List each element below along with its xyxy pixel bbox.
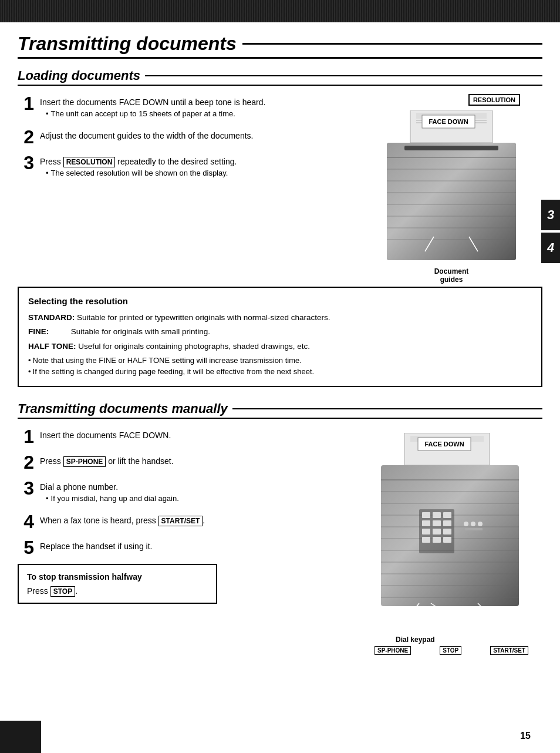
manual-step-5: 5 Replace the handset if using it. (18, 538, 349, 557)
step-2: 2 Adjust the document guides to the widt… (18, 127, 349, 146)
resolution-box-title: Selecting the resolution (28, 296, 532, 306)
res-standard: STANDARD: Suitable for printed or typewr… (28, 312, 532, 324)
chapter-tab-4: 4 (541, 233, 560, 263)
svg-rect-47 (443, 537, 451, 543)
svg-point-49 (471, 522, 475, 526)
step-1-number: 1 (18, 94, 34, 113)
loading-docs-layout: 1 Insert the documents FACE DOWN until a… (18, 94, 542, 269)
step-2-content: Adjust the document guides to the width … (40, 127, 349, 143)
res-halftone: HALF TONE: Useful for originals containi… (28, 341, 532, 352)
fax-svg-2: FACE DOWN (372, 433, 531, 633)
manual-step-3: 3 Dial a phone number. If you misdial, h… (18, 479, 349, 505)
manual-step-3-note: If you misdial, hang up and dial again. (46, 494, 349, 503)
res-fine-label: FINE: (28, 327, 49, 336)
step-1-text: Insert the documents FACE DOWN until a b… (40, 98, 349, 107)
start-set-diagram-label: START/SET (490, 646, 528, 655)
manual-step-3-content: Dial a phone number. If you misdial, han… (40, 479, 349, 505)
section1-title-text: Loading documents (18, 68, 140, 83)
manual-step-2-number: 2 (18, 453, 34, 472)
fax-diagram-2: FACE DOWN (360, 427, 542, 655)
top-bar (0, 0, 560, 22)
res-note-1: Note that using the FINE or HALF TONE se… (28, 355, 532, 367)
svg-rect-45 (422, 537, 430, 543)
chapter-tab-3: 3 (541, 200, 560, 230)
page-number: 15 (520, 731, 531, 741)
manual-step-1-number: 1 (18, 427, 34, 446)
manual-step-3-number: 3 (18, 479, 34, 497)
section2-title-text: Transmitting documents manually (18, 401, 228, 416)
stop-box-press: Press (27, 586, 48, 596)
manual-step-4-content: When a fax tone is heard, press START/SE… (40, 512, 349, 527)
section2-title: Transmitting documents manually (18, 401, 542, 419)
manual-step-1: 1 Insert the documents FACE DOWN. (18, 427, 349, 446)
fax-svg-1: FACE DOWN (375, 110, 528, 269)
section1-title: Loading documents (18, 68, 542, 86)
resolution-selection-container: Selecting the resolution STANDARD: Suita… (18, 287, 542, 387)
step-3-number: 3 (18, 153, 34, 172)
res-halftone-label: HALF TONE: (28, 342, 76, 351)
res-fine-space (51, 327, 69, 336)
stop-diagram-label: STOP (440, 646, 461, 655)
svg-rect-42 (422, 529, 430, 535)
manual-step-2-text: Press SP-PHONE or lift the handset. (40, 456, 349, 466)
manual-step-2-content: Press SP-PHONE or lift the handset. (40, 453, 349, 468)
res-standard-desc: Suitable for printed or typewritten orig… (77, 313, 330, 322)
step-1-note: The unit can accept up to 15 sheets of p… (46, 109, 349, 118)
svg-rect-40 (433, 520, 441, 526)
manual-step-1-text: Insert the documents FACE DOWN. (40, 431, 349, 440)
svg-rect-37 (433, 512, 441, 518)
res-halftone-desc: Useful for originals containing photogra… (78, 342, 310, 351)
stop-button: STOP (50, 586, 75, 597)
dial-keypad-label: Dial keypad (372, 636, 531, 644)
step-3-note: The selected resolution will be shown on… (46, 169, 349, 177)
svg-rect-39 (422, 520, 430, 526)
step-1-content: Insert the documents FACE DOWN until a b… (40, 94, 349, 120)
svg-rect-43 (433, 529, 441, 535)
manual-step-3-text: Dial a phone number. (40, 482, 349, 492)
manual-step-4-text: When a fax tone is heard, press START/SE… (40, 516, 349, 525)
manual-step-5-text: Replace the handset if using it. (40, 542, 349, 551)
bottom-decoration (0, 721, 41, 753)
doc-guides-label: Document guides (434, 267, 469, 284)
stop-box: To stop transmission halfway Press STOP. (18, 564, 217, 604)
fax-machine-1: FACE DOWN (375, 110, 528, 269)
step-2-number: 2 (18, 127, 34, 146)
resolution-button: RESOLUTION (63, 157, 116, 167)
manual-step-4: 4 When a fax tone is heard, press START/… (18, 512, 349, 531)
fax-diagram-1: RESOLUTION FACE DOWN (360, 94, 542, 269)
manual-transmit-layout: 1 Insert the documents FACE DOWN. 2 Pres… (18, 427, 542, 655)
fax-machine-2: FACE DOWN (372, 433, 531, 655)
stop-box-title: To stop transmission halfway (27, 572, 208, 581)
resolution-badge: RESOLUTION (468, 94, 520, 106)
svg-rect-36 (422, 512, 430, 518)
loading-steps: 1 Insert the documents FACE DOWN until a… (18, 94, 349, 269)
step-3: 3 Press RESOLUTION repeatedly to the des… (18, 153, 349, 180)
diagram-labels: Dial keypad SP-PHONE STOP START/SET (372, 636, 531, 655)
svg-rect-8 (404, 146, 498, 150)
res-note-2: If the setting is changed during page fe… (28, 366, 532, 378)
svg-rect-41 (443, 520, 451, 526)
svg-point-48 (464, 522, 468, 526)
res-standard-label: STANDARD: (28, 313, 75, 322)
stop-box-text: Press STOP. (27, 586, 208, 596)
svg-rect-46 (433, 537, 441, 543)
res-fine: FINE: Suitable for originals with small … (28, 326, 532, 338)
resolution-box: Selecting the resolution STANDARD: Suita… (18, 287, 542, 387)
step-1: 1 Insert the documents FACE DOWN until a… (18, 94, 349, 120)
start-set-button: START/SET (158, 516, 203, 526)
step-3-content: Press RESOLUTION repeatedly to the desir… (40, 153, 349, 180)
svg-point-50 (478, 522, 483, 526)
manual-steps: 1 Insert the documents FACE DOWN. 2 Pres… (18, 427, 349, 655)
svg-rect-44 (443, 529, 451, 535)
manual-step-5-content: Replace the handset if using it. (40, 538, 349, 553)
svg-rect-51 (465, 528, 483, 530)
page-title: Transmitting documents (18, 33, 542, 59)
manual-step-2: 2 Press SP-PHONE or lift the handset. (18, 453, 349, 472)
svg-rect-7 (387, 143, 516, 260)
sp-phone-button: SP-PHONE (63, 456, 106, 467)
button-labels-row: SP-PHONE STOP START/SET (372, 646, 531, 655)
svg-text:FACE DOWN: FACE DOWN (424, 441, 464, 448)
step-3-text: Press RESOLUTION repeatedly to the desir… (40, 157, 349, 166)
svg-text:FACE DOWN: FACE DOWN (429, 118, 468, 125)
document-guides-caption: Document guides (434, 267, 469, 284)
